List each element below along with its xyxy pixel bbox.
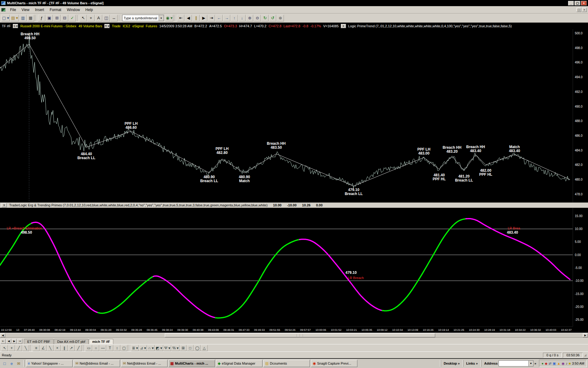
pitchfork-tool-icon[interactable]: Ψ ▾ [164, 345, 171, 351]
ellipse-tool-icon[interactable]: ○ [92, 345, 99, 351]
draw-pointer-icon[interactable]: ↖ [1, 345, 8, 351]
realtime-dropdown-button[interactable]: R ▾ [104, 24, 110, 28]
text-tool-icon[interactable]: T [107, 345, 113, 351]
note-pencil-tool-icon[interactable]: ╱ [75, 345, 82, 351]
desktop-chevron-icon[interactable]: » [458, 362, 460, 365]
task-yahoo-singapore[interactable]: e Yahoo! Singapore - ... [26, 360, 73, 367]
indicator-axis[interactable]: 15.0010.005.000.00-5.00-10.00-15.00-20.0… [573, 208, 588, 327]
tray-antivirus-icon[interactable]: ▲ [557, 362, 560, 366]
symbol-input[interactable] [123, 15, 159, 21]
draw-ray-pencil-icon[interactable]: ╲ [22, 345, 29, 351]
ray-tool-icon[interactable]: ↗ [68, 345, 75, 351]
study-close-button[interactable]: X [341, 24, 346, 28]
tab-et-m9[interactable]: ET m9-DT PBF [24, 339, 54, 344]
updown-arrow-tool-icon[interactable]: ↕ [114, 345, 120, 351]
apply-ok-icon[interactable]: ✓ [69, 15, 76, 21]
rect-shape-tool-icon[interactable]: □ [187, 345, 194, 351]
taskbar-clock[interactable]: 3:50 AM [572, 362, 584, 365]
gann-tool-icon[interactable]: ◩ ▾ [155, 345, 163, 351]
format-window-icon[interactable]: ▣ [46, 15, 53, 21]
scrollbar-right-arrow[interactable]: ▶ [583, 333, 588, 337]
fib-retracement-tool-icon[interactable]: ≣ ▾ [131, 345, 139, 351]
address-combo[interactable]: ▾ [499, 360, 533, 366]
minimize-button[interactable]: _ [568, 1, 574, 6]
tabs-last-icon[interactable]: ⇥ [17, 339, 22, 344]
quicklaunch-show-desktop-icon[interactable]: □ [1, 360, 8, 367]
child-close-button[interactable]: × [582, 8, 587, 12]
ellipse-shape-tool-icon[interactable]: ◯ [194, 345, 201, 351]
callout-tool-icon[interactable]: ▢ [121, 345, 127, 351]
indicator-pane[interactable]: LR +Breach Elimination498.50479.10LR Bre… [0, 208, 588, 327]
draw-pencil-icon[interactable]: ╱ [15, 345, 22, 351]
tray-network-icon[interactable]: ⇄ [548, 362, 551, 366]
draw-crosshair-icon[interactable]: + [8, 345, 15, 351]
menu-item-format[interactable]: Format [47, 7, 64, 13]
horizontal-lines-tool-icon[interactable]: ≡ [33, 345, 40, 351]
compress-bars-icon[interactable]: ↔ [110, 15, 118, 21]
session-break-icon[interactable]: ◫ [103, 15, 110, 21]
time-axis[interactable]: 16:12:591307:28:4008:30:0808:42:1909:13:… [0, 327, 573, 333]
links-toolbar[interactable]: Links » [465, 362, 479, 365]
tabs-first-icon[interactable]: ⇤ [1, 339, 6, 344]
tab-dax-m9[interactable]: Dax AX m9-DT pbf [54, 339, 89, 344]
menu-item-window[interactable]: Window [64, 7, 83, 13]
quicklaunch-mail-icon[interactable]: ✉ [15, 360, 22, 367]
scrollbar-thumb[interactable]: ⋮⋮⋮ [165, 333, 435, 337]
quicklaunch-ie-icon[interactable]: e [8, 360, 15, 367]
reload-data-icon[interactable]: ↻ [261, 15, 269, 21]
print-icon[interactable]: ▦ [27, 15, 34, 21]
indicator-close-button[interactable]: X [2, 203, 7, 207]
task-snagit-capture[interactable]: ◉ SnagIt Capture Previ... [311, 360, 357, 367]
task-documents[interactable]: ▤ Dcouments [263, 360, 310, 367]
price-axis[interactable]: 500.0498.0496.0494.0492.0490.0488.0486.0… [573, 29, 588, 202]
child-restore-button[interactable]: ▢ [576, 8, 581, 12]
fib-fan-tool-icon[interactable]: ⊿ ▾ [139, 345, 147, 351]
links-chevron-icon[interactable]: » [476, 362, 478, 365]
settings-icon[interactable]: ⊛ [277, 15, 284, 21]
fib-arc-tool-icon[interactable]: ∩ ▾ [147, 345, 155, 351]
task-esignal-data-manager[interactable]: ◆ eSignal Data Manager [216, 360, 262, 367]
symbol-interval-combo[interactable]: ▾ [122, 15, 164, 21]
chart-h-scrollbar[interactable]: ◀ ⋮⋮⋮ ▶ [0, 333, 588, 337]
tray-messenger-icon[interactable]: ◉ [562, 362, 565, 366]
task-netaddress-email-2[interactable]: ✉ Net@ddress Email - ... [121, 360, 168, 367]
scrollbar-left-arrow[interactable]: ◀ [0, 333, 5, 337]
close-button[interactable]: × [581, 1, 587, 6]
menu-item-view[interactable]: View [19, 7, 32, 13]
address-chevron-icon[interactable]: » [534, 362, 536, 365]
tab-mich-tf[interactable]: mich TF #F [89, 339, 113, 344]
percent-tool-icon[interactable]: % ▾ [172, 345, 179, 351]
grid-tool-icon[interactable]: ⊞ [180, 345, 187, 351]
save-workspace-icon[interactable]: ▥ [19, 15, 27, 21]
pause-data-icon[interactable]: ∥ [192, 15, 200, 21]
menu-item-file[interactable]: File [7, 7, 19, 13]
step-forward-icon[interactable]: ▶ [200, 15, 207, 21]
series-dropdown-button[interactable]: S ▾ [13, 24, 18, 28]
address-input[interactable] [499, 361, 528, 366]
price-chart-pane[interactable]: Breach HH 498.50 PPF LH 486.60 484.40 Br… [0, 29, 588, 202]
crosshair-icon[interactable]: + [87, 15, 95, 21]
scroll-up-icon[interactable]: ↑ [231, 15, 238, 21]
vertical-line-tool-icon[interactable]: ∥ [61, 345, 68, 351]
new-chart-icon[interactable]: ▢ ▾ [1, 15, 10, 21]
angle-line-tool-icon[interactable]: ∠ [40, 345, 47, 351]
tabs-prev-icon[interactable]: ◀ [6, 339, 11, 344]
horizontal-ray-tool-icon[interactable]: — [100, 345, 106, 351]
insert-study-icon[interactable]: ƒ [38, 15, 45, 21]
tray-volume-icon[interactable]: ♪ [566, 362, 567, 366]
tray-power-icon[interactable]: ■ [569, 362, 571, 366]
jump-start-icon[interactable]: ⇤ [177, 15, 184, 21]
scroll-down-icon[interactable]: ↓ [238, 15, 246, 21]
task-netaddress-email-1[interactable]: ✉ Net@ddress Email - ... [74, 360, 120, 367]
scroll-right-icon[interactable]: → [223, 15, 230, 21]
jump-end-icon[interactable]: ⇥ [208, 15, 215, 21]
zoom-out-icon[interactable]: ⊖ [254, 15, 261, 21]
trendline-tool-icon[interactable]: ╲ [47, 345, 54, 351]
arrow-marker-tool-icon[interactable]: △ [201, 345, 208, 351]
scroll-left-icon[interactable]: ← [215, 15, 223, 21]
rectangle-tool-icon[interactable]: ▭ [85, 345, 92, 351]
tray-esignal-icon[interactable]: ◆ [545, 362, 547, 366]
menu-item-insert[interactable]: Insert [32, 7, 47, 13]
pointer-icon[interactable]: ↖ [80, 15, 87, 21]
tray-update-icon[interactable]: ● [541, 362, 544, 366]
